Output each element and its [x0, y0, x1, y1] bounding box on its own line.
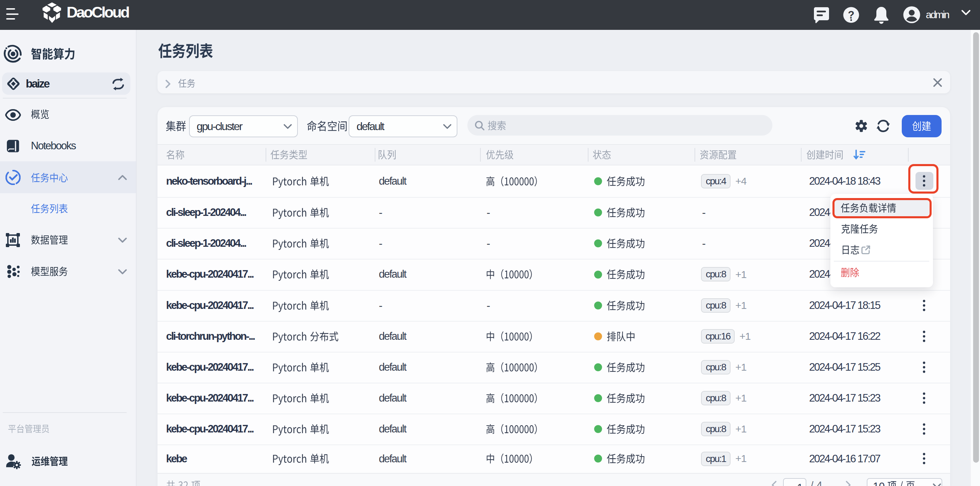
svg-text:?: ?	[848, 9, 854, 21]
